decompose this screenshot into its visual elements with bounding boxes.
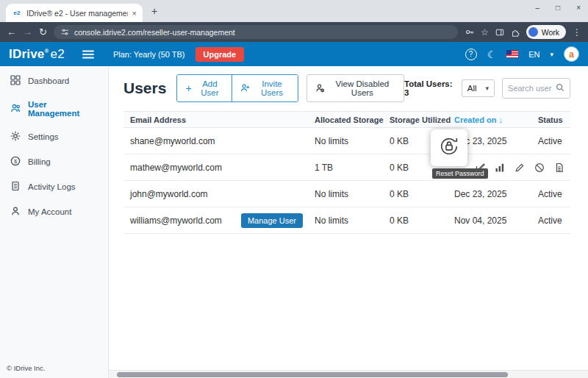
profile-label: Work: [542, 28, 559, 37]
sidebar-item-billing[interactable]: $ Billing: [0, 149, 108, 174]
browser-toolbar: ← → ↻ console.idrive2.com/reseller-user-…: [0, 22, 588, 42]
window-maximize-button[interactable]: □: [556, 4, 560, 12]
browser-menu-icon[interactable]: ⋮: [573, 27, 581, 38]
users-icon: [10, 103, 21, 115]
sidebar-item-my-account[interactable]: My Account: [0, 199, 108, 224]
address-bar[interactable]: console.idrive2.com/reseller-user-manage…: [54, 25, 458, 39]
window-minimize-button[interactable]: –: [536, 4, 540, 12]
gear-icon: [10, 131, 21, 143]
tab-close-icon[interactable]: ×: [132, 9, 137, 18]
person-plus-icon: [240, 83, 250, 94]
users-table: Email Address Allocated Storage Storage …: [123, 111, 570, 234]
created-on-cell: Nov 04, 2025: [454, 215, 538, 226]
user-email: williams@myworld.com: [130, 215, 222, 226]
allocated-storage-cell: No limits: [315, 215, 390, 226]
us-flag-icon: [506, 50, 518, 58]
extensions-puzzle-icon[interactable]: [511, 28, 520, 37]
hamburger-menu-icon[interactable]: [82, 50, 94, 59]
window-close-button[interactable]: ×: [576, 4, 581, 12]
browser-tab[interactable]: e2 IDrive® e2 - User management ×: [6, 4, 143, 22]
main-content: Users + Add User Invite Users: [109, 66, 588, 378]
edit-pencil-icon[interactable]: [514, 163, 525, 173]
status-cell: Active: [538, 136, 570, 146]
reload-icon[interactable]: ↻: [39, 27, 47, 37]
user-filter-dropdown[interactable]: All ▾: [462, 79, 495, 97]
sort-desc-icon: ↓: [498, 115, 503, 124]
person-icon: [10, 206, 21, 218]
bar-chart-icon[interactable]: [495, 163, 505, 173]
table-row[interactable]: mathew@myworld.com 1 TB 0 KB: [123, 154, 570, 181]
language-selector[interactable]: EN: [528, 50, 539, 59]
manage-user-button[interactable]: Manage User: [241, 213, 303, 228]
site-info-icon[interactable]: [61, 28, 69, 36]
plan-label: Plan: Yearly (50 TB): [113, 50, 185, 59]
header-allocated-storage: Allocated Storage: [315, 115, 390, 124]
svg-text:$: $: [14, 158, 18, 165]
table-header-row: Email Address Allocated Storage Storage …: [123, 111, 570, 128]
user-email: mathew@myworld.com: [130, 163, 222, 173]
allocated-storage-cell: No limits: [315, 189, 390, 199]
help-icon[interactable]: ?: [465, 49, 477, 60]
browser-profile-button[interactable]: Work: [526, 25, 566, 39]
dark-mode-moon-icon[interactable]: ☾: [487, 49, 497, 60]
reset-password-tooltip: Reset Password: [432, 168, 488, 179]
sidebar-item-settings[interactable]: Settings: [0, 124, 108, 149]
plus-icon: +: [185, 85, 191, 93]
user-actions-group: + Add User Invite Users: [176, 74, 298, 102]
reset-password-popup[interactable]: [431, 129, 467, 166]
header-storage-utilized: Storage Utilized: [390, 115, 454, 124]
user-email: john@myworld.com: [130, 189, 208, 199]
search-input[interactable]: [508, 84, 552, 93]
browser-window: e2 IDrive® e2 - User management × + – □ …: [0, 0, 588, 378]
invite-users-button[interactable]: Invite Users: [232, 75, 298, 101]
side-panel-icon[interactable]: [495, 28, 504, 37]
dashboard-icon: [10, 75, 21, 87]
forward-icon[interactable]: →: [23, 27, 32, 37]
table-row[interactable]: williams@myworld.com Manage User No limi…: [123, 207, 570, 234]
search-icon[interactable]: [556, 82, 564, 95]
person-disabled-icon: [315, 83, 325, 94]
status-cell: Active: [538, 189, 570, 199]
status-cell: Active: [538, 215, 570, 226]
app-header: IDrive®e2 Plan: Yearly (50 TB) Upgrade ?…: [0, 42, 588, 66]
header-status: Status: [538, 115, 570, 124]
tab-strip: e2 IDrive® e2 - User management × + – □ …: [0, 0, 588, 22]
document-lines-icon: [10, 181, 21, 193]
new-tab-button[interactable]: +: [151, 6, 157, 16]
account-avatar[interactable]: a: [564, 46, 579, 62]
disable-user-icon[interactable]: [534, 163, 545, 173]
view-disabled-users-button[interactable]: View Disabled Users: [306, 74, 404, 102]
dropdown-caret-icon: ▾: [486, 85, 490, 92]
favicon-icon: e2: [12, 8, 22, 18]
idrive-logo: IDrive®e2: [9, 47, 65, 62]
total-users-label: Total Users: 3: [404, 79, 453, 97]
table-row[interactable]: shane@myworld.com No limits 0 KB Dec 23,…: [123, 128, 570, 154]
user-email: shane@myworld.com: [130, 136, 215, 146]
storage-utilized-cell: 0 KB: [390, 215, 454, 226]
allocated-storage-cell: 1 TB: [315, 163, 390, 173]
file-icon[interactable]: [554, 163, 564, 173]
url-text: console.idrive2.com/reseller-user-manage…: [74, 28, 235, 37]
bookmark-star-icon[interactable]: ☆: [481, 27, 489, 38]
allocated-storage-cell: No limits: [315, 136, 390, 146]
profile-avatar: [528, 27, 538, 37]
table-row[interactable]: john@myworld.com No limits 0 KB Dec 23, …: [123, 181, 570, 207]
header-email: Email Address: [123, 115, 315, 124]
sidebar-item-dashboard[interactable]: Dashboard: [0, 68, 108, 93]
add-user-button[interactable]: + Add User: [177, 75, 232, 101]
language-caret-icon[interactable]: ▾: [550, 51, 553, 58]
upgrade-button[interactable]: Upgrade: [196, 47, 245, 62]
reset-password-lock-icon[interactable]: [439, 136, 459, 160]
page-title: Users: [123, 79, 166, 97]
horizontal-scrollbar[interactable]: [109, 370, 588, 378]
created-on-cell: Dec 23, 2025: [454, 189, 538, 199]
password-manager-icon[interactable]: [465, 27, 474, 37]
sidebar-item-activity-logs[interactable]: Activity Logs: [0, 174, 108, 199]
search-box: [502, 78, 570, 99]
header-created-on[interactable]: Created on ↓: [454, 115, 538, 124]
sidebar: Dashboard User Management Settings: [0, 66, 109, 378]
copyright-text: © IDrive Inc.: [0, 358, 108, 378]
back-icon[interactable]: ←: [7, 27, 16, 37]
scrollbar-thumb[interactable]: [117, 372, 508, 377]
sidebar-item-user-management[interactable]: User Management: [0, 93, 108, 124]
